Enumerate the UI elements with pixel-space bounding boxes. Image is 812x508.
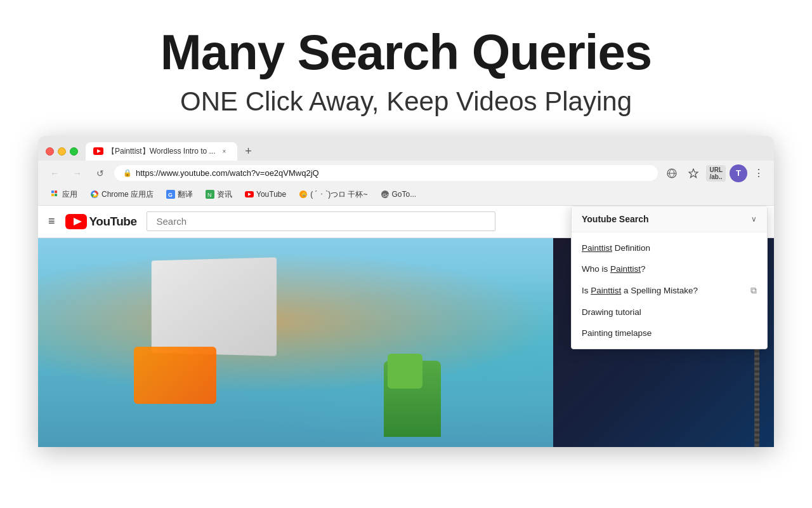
bookmark-goto-label: GoTo... bbox=[392, 190, 417, 199]
bookmark-news-label: 资讯 bbox=[217, 189, 232, 200]
url-ab-button[interactable]: URL/ab.. bbox=[706, 165, 726, 182]
bookmark-youtube[interactable]: YouTube bbox=[240, 189, 291, 200]
translate-bm-icon: G bbox=[166, 190, 175, 199]
bookmark-apps-label: 应用 bbox=[62, 189, 77, 200]
new-tab-button[interactable]: + bbox=[240, 142, 258, 160]
star-icon bbox=[688, 168, 698, 178]
reload-button[interactable]: ↺ bbox=[91, 164, 109, 182]
popup-item-3[interactable]: Is Painttist a Spelling Mistake? ⧉ bbox=[572, 279, 767, 302]
bookmark-youtube-label: YouTube bbox=[256, 190, 286, 199]
svg-text:G: G bbox=[168, 192, 173, 198]
external-link-icon: ⧉ bbox=[750, 285, 757, 296]
lock-icon: 🔒 bbox=[123, 169, 132, 177]
url-ab-label: URL/ab.. bbox=[709, 166, 723, 180]
maximize-traffic-light[interactable] bbox=[70, 147, 78, 156]
youtube-menu-icon[interactable]: ≡ bbox=[48, 215, 55, 228]
yt-bm-icon bbox=[245, 190, 254, 199]
back-button[interactable]: ← bbox=[46, 164, 63, 182]
bookmark-translate-label: 翻译 bbox=[178, 189, 193, 200]
video-desk-element bbox=[152, 257, 277, 356]
bookmark-cheers-label: ( ´ ･ `)つロ 干杯~ bbox=[310, 189, 367, 200]
translate-button[interactable] bbox=[663, 164, 681, 182]
tab-close-button[interactable]: × bbox=[219, 146, 230, 156]
popup-item-1-text: Painttist Definition bbox=[582, 243, 757, 253]
popup-item-3-text: Is Painttist a Spelling Mistake? bbox=[582, 286, 750, 295]
browser-window: 【Painttist】Wordless Intro to ... × + ← →… bbox=[38, 136, 774, 447]
popup-title: Youtube Search bbox=[582, 214, 649, 224]
hero-section: Many Search Queries ONE Click Away, Keep… bbox=[0, 0, 812, 136]
bookmark-apps[interactable]: 应用 bbox=[46, 188, 82, 201]
video-orange-element bbox=[134, 347, 216, 404]
address-bar-row: ← → ↺ 🔒 https://www.youtube.com/watch?v=… bbox=[38, 161, 774, 186]
address-actions: URL/ab.. T ⋮ bbox=[663, 164, 766, 182]
svg-text:N: N bbox=[207, 192, 212, 198]
hero-subtitle: ONE Click Away, Keep Videos Playing bbox=[13, 86, 799, 117]
svg-rect-6 bbox=[55, 190, 57, 193]
chrome-icon bbox=[90, 190, 99, 199]
bookmark-cheers[interactable]: 😀 ( ´ ･ `)つロ 干杯~ bbox=[294, 188, 372, 201]
title-bar: 【Painttist】Wordless Intro to ... × + bbox=[38, 136, 774, 161]
popup-item-2-underline: Painttist bbox=[610, 264, 641, 274]
popup-items-list: Painttist Definition Who is Painttist? I… bbox=[572, 232, 767, 349]
translate-icon bbox=[667, 168, 677, 178]
popup-item-1[interactable]: Painttist Definition bbox=[572, 237, 767, 258]
svg-rect-7 bbox=[51, 194, 54, 196]
svg-rect-5 bbox=[51, 190, 54, 193]
video-character-head bbox=[388, 354, 422, 389]
hero-title: Many Search Queries bbox=[13, 25, 799, 80]
goto-icon: Go bbox=[381, 190, 390, 199]
bookmark-news[interactable]: N 资讯 bbox=[200, 188, 237, 201]
popup-item-2-text: Who is Painttist? bbox=[582, 264, 757, 274]
extension-popup: Youtube Search ∨ Painttist Definition Wh… bbox=[571, 206, 768, 349]
svg-text:😀: 😀 bbox=[301, 192, 307, 197]
close-traffic-light[interactable] bbox=[46, 147, 54, 156]
bookmark-chrome-store[interactable]: Chrome 应用店 bbox=[85, 188, 159, 201]
news-icon: N bbox=[206, 190, 214, 199]
tab-title: 【Painttist】Wordless Intro to ... bbox=[107, 146, 216, 157]
bookmark-translate[interactable]: G 翻译 bbox=[161, 188, 198, 201]
popup-header: Youtube Search ∨ bbox=[572, 206, 767, 232]
bookmark-goto[interactable]: Go GoTo... bbox=[376, 189, 422, 200]
bookmark-chrome-store-label: Chrome 应用店 bbox=[102, 189, 154, 200]
youtube-logo-text: YouTube bbox=[89, 215, 137, 229]
apps-icon bbox=[51, 190, 60, 199]
popup-item-1-underline: Painttist bbox=[582, 243, 612, 253]
popup-item-4[interactable]: Drawing tutorial bbox=[572, 302, 767, 323]
forward-button[interactable]: → bbox=[69, 164, 86, 182]
youtube-logo-icon bbox=[65, 214, 87, 229]
minimize-traffic-light[interactable] bbox=[58, 147, 66, 156]
svg-rect-8 bbox=[55, 194, 57, 196]
popup-item-4-text: Drawing tutorial bbox=[582, 307, 757, 317]
cheers-icon: 😀 bbox=[299, 190, 308, 199]
profile-avatar[interactable]: T bbox=[730, 164, 747, 182]
url-text: https://www.youtube.com/watch?v=oe2qVMwq… bbox=[136, 168, 649, 178]
youtube-logo[interactable]: YouTube bbox=[65, 214, 137, 229]
address-bar[interactable]: 🔒 https://www.youtube.com/watch?v=oe2qVM… bbox=[114, 165, 658, 181]
tab-favicon bbox=[93, 146, 103, 156]
svg-text:Go: Go bbox=[383, 192, 390, 198]
active-tab[interactable]: 【Painttist】Wordless Intro to ... × bbox=[86, 142, 237, 161]
popup-item-5-text: Painting timelapse bbox=[582, 328, 757, 338]
popup-item-2[interactable]: Who is Painttist? bbox=[572, 258, 767, 279]
svg-marker-4 bbox=[689, 169, 698, 178]
popup-item-3-underline: Painttist bbox=[591, 286, 621, 295]
youtube-search-input[interactable] bbox=[147, 211, 495, 231]
popup-item-5[interactable]: Painting timelapse bbox=[572, 323, 767, 344]
browser-chrome: 【Painttist】Wordless Intro to ... × + ← →… bbox=[38, 136, 774, 206]
traffic-lights bbox=[46, 147, 78, 156]
tab-bar: 【Painttist】Wordless Intro to ... × + bbox=[86, 142, 258, 161]
popup-chevron-icon[interactable]: ∨ bbox=[751, 215, 757, 224]
bookmark-star-button[interactable] bbox=[684, 164, 702, 182]
bookmarks-bar: 应用 Chrome 应用店 G 翻译 bbox=[38, 186, 774, 206]
more-options-button[interactable]: ⋮ bbox=[751, 166, 766, 180]
page-content: ≡ YouTube T bbox=[38, 206, 774, 447]
